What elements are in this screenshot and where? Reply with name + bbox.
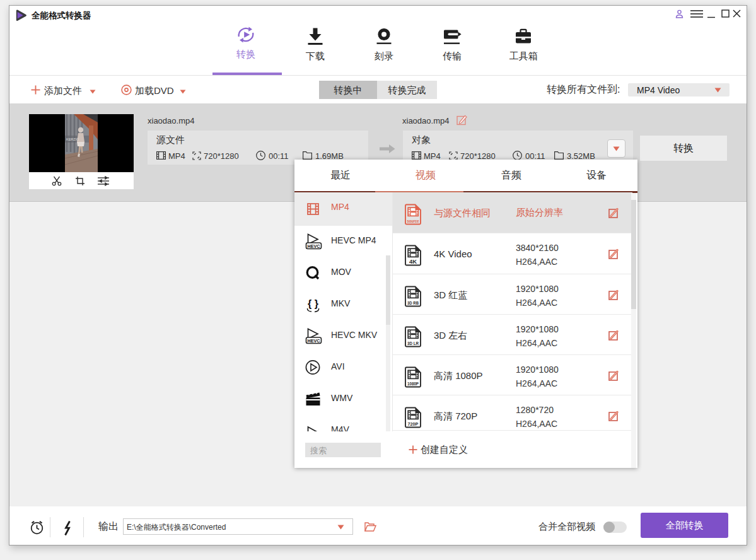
svg-text:KERZIG: KERZIG — [66, 137, 79, 141]
svg-text:3D RB: 3D RB — [407, 300, 419, 306]
svg-text:HEVC: HEVC — [308, 338, 321, 344]
svg-text:source: source — [407, 218, 419, 224]
svg-text:HEVC: HEVC — [308, 243, 321, 249]
svg-text:720P: 720P — [408, 421, 419, 427]
svg-text:1080P: 1080P — [407, 381, 419, 387]
svg-text:{ }: { } — [308, 298, 318, 309]
svg-text:4K: 4K — [409, 258, 417, 265]
svg-text:3D LR: 3D LR — [407, 341, 419, 346]
